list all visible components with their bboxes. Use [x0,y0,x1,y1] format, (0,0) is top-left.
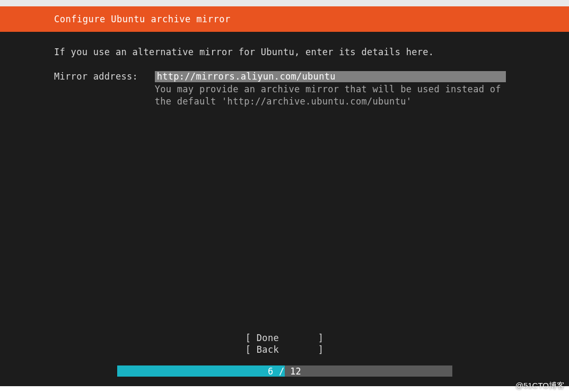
mirror-address-row: Mirror address: http://mirrors.aliyun.co… [54,71,569,108]
done-button[interactable]: [ Done ] [0,332,569,344]
progress-bar: 6 / 12 [117,365,452,377]
installer-header: Configure Ubuntu archive mirror [0,6,569,32]
button-area: [ Done ] [ Back ] [0,332,569,355]
watermark-text: @51CTO博客 [515,381,565,391]
mirror-field-column: http://mirrors.aliyun.com/ubuntu You may… [155,71,506,108]
progress-fill [117,365,285,377]
progress-area: 6 / 12 [0,365,569,377]
progress-text: 6 / 12 [268,366,301,377]
back-button[interactable]: [ Back ] [0,344,569,355]
installer-content: If you use an alternative mirror for Ubu… [0,32,569,108]
header-title: Configure Ubuntu archive mirror [54,14,231,24]
mirror-address-input[interactable]: http://mirrors.aliyun.com/ubuntu [155,71,506,82]
help-line-2: the default 'http://archive.ubuntu.com/u… [155,96,412,107]
instruction-text: If you use an alternative mirror for Ubu… [54,47,569,57]
mirror-help-text: You may provide an archive mirror that w… [155,83,506,108]
ubuntu-installer-window: Configure Ubuntu archive mirror If you u… [0,6,569,386]
mirror-address-label: Mirror address: [54,71,155,82]
help-line-1: You may provide an archive mirror that w… [155,84,501,94]
desktop-background [0,0,569,6]
